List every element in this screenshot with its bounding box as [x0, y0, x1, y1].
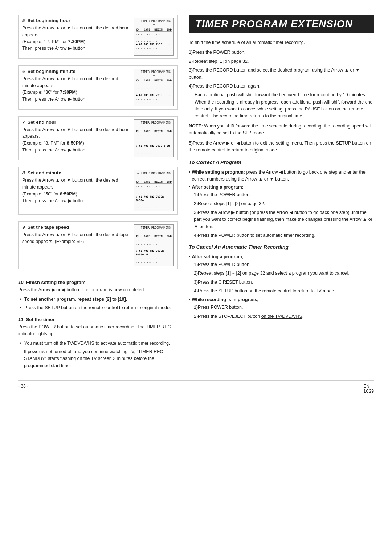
cancel-bullet-1: • After setting a program; — [189, 254, 374, 260]
step-5-block: 5 Set beginning hour Press the Arrow ▲ o… — [18, 15, 178, 59]
right-column: TIMER PROGRAM EXTENSION To shift the tim… — [189, 15, 374, 369]
while-recording-steps: 1)Press POWER button. 2)Press the STOP/E… — [194, 304, 374, 320]
section-title-box: TIMER PROGRAM EXTENSION — [189, 15, 374, 33]
section-title: TIMER PROGRAM EXTENSION — [195, 18, 367, 30]
step-8-number: 8 — [22, 170, 25, 175]
cancel-step-3: 3)Press the C.RESET button. — [194, 279, 374, 286]
step-10-bullets: To set another program, repeat steps [2]… — [20, 296, 178, 311]
underline-text: on the TV/DVD/VHS — [261, 314, 302, 319]
step-7-timer-display: – TIMER PROGRAMMING – CHDATEBEGINEND .. … — [134, 119, 174, 157]
step-5-text: 5 Set beginning hour Press the Arrow ▲ o… — [22, 18, 130, 56]
step-10-number: 10 — [18, 280, 23, 285]
step-6-timer-display: – TIMER PROGRAMMING – CHDATEBEGINEND .. … — [134, 69, 174, 106]
step-8-text: 8 Set end minute Press the Arrow ▲ or ▼ … — [22, 170, 130, 211]
right-step-3: 3)Press the RECORD button and select the… — [189, 67, 374, 81]
step-6-header: 6 Set beginning minute — [22, 69, 130, 74]
cancel-title: To Cancel An Automatic Timer Recording — [189, 243, 374, 251]
step-5-number: 5 — [22, 18, 25, 23]
cancel-step-1: 1)Press the POWER button. — [194, 261, 374, 268]
right-step-5: 5)Press the Arrow ▶ or ◀ button to exit … — [189, 140, 374, 154]
step-7-number: 7 — [22, 119, 25, 125]
page-number: - 33 - — [18, 384, 28, 394]
page-layout: 5 Set beginning hour Press the Arrow ▲ o… — [18, 15, 374, 369]
step-11-number: 11 — [18, 317, 23, 322]
step-7-header: 7 Set end hour — [22, 119, 130, 125]
step-5-timer-display: – TIMER PROGRAMMING – CHDATEBEGINEND .. … — [134, 18, 174, 56]
step-8-header: 8 Set end minute — [22, 170, 130, 175]
note-text: NOTE: When you shift forward the time sc… — [189, 123, 374, 137]
while-step-2: 2)Press the STOP/EJECT button on the TV/… — [194, 313, 374, 320]
after-setting-steps: 1)Press the POWER button. 2)Repeat steps… — [194, 191, 374, 239]
correct-bullet-1: • While setting a program; press the Arr… — [189, 169, 374, 183]
after-step-1: 1)Press the POWER button. — [194, 191, 374, 198]
step-10-body: Press the Arrow ▶ or ◀ button. The progr… — [18, 287, 178, 293]
step-10-block: 10 Finish setting the program Press the … — [18, 276, 178, 311]
step-8-body: Press the Arrow ▲ or ▼ button until the … — [22, 177, 130, 204]
footer-code: EN1C29 — [363, 384, 374, 394]
step-9-body: Press the Arrow ▲ or ▼ button until the … — [22, 231, 130, 245]
step-7-text: 7 Set end hour Press the Arrow ▲ or ▼ bu… — [22, 119, 130, 157]
while-recording-bullet: • While recording is in progress; — [189, 296, 374, 303]
step-11-body: Press the POWER button to set automatic … — [18, 324, 178, 337]
step-7-block: 7 Set end hour Press the Arrow ▲ or ▼ bu… — [18, 116, 178, 161]
step-9-text: 9 Set the tape speed Press the Arrow ▲ o… — [22, 224, 130, 266]
step-11-bullets: You must turn off the TV/DVD/VHS to acti… — [20, 340, 178, 347]
step-9-header: 9 Set the tape speed — [22, 224, 130, 230]
step-8-block: 8 Set end minute Press the Arrow ▲ or ▼ … — [18, 167, 178, 215]
step-6-number: 6 — [22, 69, 25, 74]
step-6-body: Press the Arrow ▲ or ▼ button until the … — [22, 76, 130, 103]
step-10-header: 10 Finish setting the program — [18, 280, 178, 285]
while-step-1: 1)Press POWER button. — [194, 304, 374, 311]
left-column: 5 Set beginning hour Press the Arrow ▲ o… — [18, 15, 178, 369]
step-6-text: 6 Set beginning minute Press the Arrow ▲… — [22, 69, 130, 106]
cancel-step-4: 4)Press the SETUP button on the remote c… — [194, 288, 374, 295]
step-7-body: Press the Arrow ▲ or ▼ button until the … — [22, 126, 130, 154]
step-11-bullet-1: You must turn off the TV/DVD/VHS to acti… — [20, 340, 178, 347]
step-9-block: 9 Set the tape speed Press the Arrow ▲ o… — [18, 221, 178, 269]
step-5-header: 5 Set beginning hour — [22, 18, 130, 23]
right-step-2: 2)Repeat step [1] on page 32. — [189, 58, 374, 65]
right-body: To shift the time schedule of an automat… — [189, 39, 374, 320]
right-step-1: 1)Press the POWER button. — [189, 49, 374, 56]
page-footer: - 33 - EN1C29 — [18, 380, 374, 394]
after-step-3: 3)Press the Arrow ▶ button (or press the… — [194, 209, 374, 230]
step-10-bullet-1: To set another program, repeat steps [2]… — [20, 296, 178, 303]
right-step-4: 4)Press the RECORD button again. — [189, 83, 374, 90]
intro-text: To shift the time schedule of an automat… — [189, 39, 374, 46]
step-9-timer-display: – TIMER PROGRAMMING – CHDATEBEGINEND .. … — [134, 224, 174, 266]
correct-bullet-2: • After setting a program; — [189, 184, 374, 191]
step-5-body: Press the Arrow ▲ or ▼ button until the … — [22, 25, 130, 52]
step-8-timer-display: – TIMER PROGRAMMING – CHDATEBEGINEND .. … — [134, 170, 174, 211]
step-6-block: 6 Set beginning minute Press the Arrow ▲… — [18, 65, 178, 110]
cancel-after-steps: 1)Press the POWER button. 2)Repeat steps… — [194, 261, 374, 295]
step-11-block: 11 Set the timer Press the POWER button … — [18, 313, 178, 369]
right-step4-detail: Each additional push will shift forward … — [195, 92, 374, 120]
cancel-step-2: 2)Repeat steps [1] ~ [2] on page 32 and … — [194, 270, 374, 277]
step-11-header: 11 Set the timer — [18, 317, 178, 322]
after-step-2: 2)Repeat steps [1] - [2] on page 32. — [194, 200, 374, 207]
correct-program-title: To Correct A Program — [189, 159, 374, 167]
after-step-4: 4)Press the POWER button to set automati… — [194, 232, 374, 239]
step-9-number: 9 — [22, 224, 25, 230]
step-11-indent: If power is not turned off and you conti… — [24, 348, 178, 369]
step-10-bullet-2: Press the SETUP button on the remote con… — [20, 304, 178, 311]
